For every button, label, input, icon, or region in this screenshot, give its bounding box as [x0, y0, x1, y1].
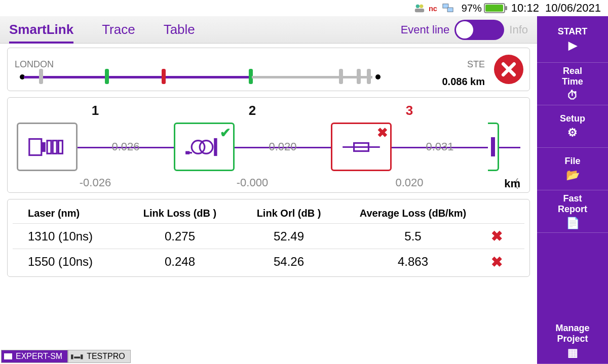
- splice-icon: [341, 133, 382, 161]
- close-icon: [501, 61, 517, 77]
- setup-button[interactable]: Setup ⚙: [537, 105, 608, 148]
- status-bar: nc 97% 10:12 10/06/2021: [0, 0, 608, 16]
- row-fail-icon: ✖: [484, 228, 509, 245]
- x-icon: ✖: [377, 125, 388, 141]
- view-tabs: SmartLink Trace Table Event line Info: [0, 16, 537, 44]
- svg-rect-2: [415, 9, 424, 12]
- svg-point-12: [200, 140, 213, 153]
- col-linkorl: Link Orl (dB ): [236, 208, 342, 219]
- file-label: File: [564, 156, 580, 167]
- table-row[interactable]: 1310 (10ns) 0.275 52.49 5.5 ✖: [13, 224, 524, 249]
- cell-linkorl: 52.49: [236, 229, 342, 244]
- fast-report-label: Fast Report: [558, 193, 587, 215]
- event-value-3: 0.020: [331, 176, 488, 189]
- cell-laser: 1310 (10ns): [13, 229, 124, 244]
- battery-icon: [484, 3, 505, 13]
- col-laser: Laser (nm): [13, 208, 124, 219]
- check-icon: ✔: [220, 125, 231, 141]
- row-fail-icon: ✖: [484, 254, 509, 270]
- cell-linkorl: 54.26: [236, 255, 342, 269]
- event-number-3: 3: [406, 103, 413, 118]
- connector-icon: [27, 133, 67, 161]
- cell-avgloss: 5.5: [342, 229, 484, 244]
- table-header: Laser (nm) Link Loss (dB ) Link Orl (dB …: [13, 204, 524, 224]
- cell-linkloss: 0.248: [124, 255, 236, 269]
- span-value-3: 0.031: [392, 140, 488, 153]
- connector-edge-icon: [490, 134, 496, 159]
- results-table: Laser (nm) Link Loss (dB ) Link Orl (dB …: [7, 199, 530, 277]
- svg-rect-8: [47, 140, 51, 153]
- link-length: 0.086 km: [442, 76, 485, 88]
- svg-rect-13: [214, 138, 217, 155]
- event-box-1[interactable]: [17, 123, 78, 171]
- col-linkloss: Link Loss (dB ): [124, 208, 236, 219]
- link-overview: LONDON STE 0.086 km: [7, 48, 530, 91]
- col-avgloss: Average Loss (dB/km): [342, 208, 484, 219]
- event-value-2: -0.000: [174, 176, 331, 189]
- bottom-tab-expert[interactable]: EXPERT-SM: [1, 350, 68, 363]
- splitter-icon: [184, 133, 224, 161]
- module-icon: ▮▬▮: [70, 353, 84, 360]
- svg-rect-7: [42, 142, 46, 151]
- tab-trace[interactable]: Trace: [102, 22, 135, 37]
- cell-avgloss: 4.863: [342, 255, 484, 269]
- file-button[interactable]: File 📂: [537, 148, 608, 190]
- link-end-label: STE: [467, 59, 485, 70]
- bottom-tabs: EXPERT-SM ▮▬▮ TESTPRO: [1, 350, 131, 363]
- svg-rect-5: [447, 8, 453, 12]
- network-icon: [442, 3, 453, 14]
- span-value-2: 0.020: [235, 140, 331, 153]
- events-unit: km: [504, 177, 520, 190]
- bottom-tab-testpro-label: TESTPRO: [87, 352, 125, 361]
- setup-label: Setup: [560, 113, 585, 124]
- stopwatch-icon: ⏱: [567, 89, 578, 102]
- date: 10/06/2021: [545, 2, 604, 15]
- bottom-tab-expert-label: EXPERT-SM: [16, 352, 62, 361]
- realtime-label: Real Time: [562, 66, 583, 87]
- svg-rect-6: [29, 139, 42, 155]
- tab-smartlink[interactable]: SmartLink: [9, 22, 73, 37]
- event-box-3[interactable]: ✖: [331, 123, 392, 171]
- svg-rect-18: [491, 137, 495, 156]
- gear-icon: ⚙: [567, 126, 578, 139]
- system-tray: nc: [414, 3, 453, 14]
- info-label[interactable]: Info: [509, 23, 528, 36]
- svg-point-1: [420, 5, 423, 8]
- start-label: START: [558, 26, 588, 37]
- table-row[interactable]: 1550 (10ns) 0.248 54.26 4.863 ✖: [13, 249, 524, 274]
- cell-linkloss: 0.275: [124, 229, 236, 244]
- fast-report-button[interactable]: Fast Report 📄: [537, 190, 608, 233]
- manage-project-label: Manage Project: [555, 323, 589, 344]
- battery-percent: 97%: [462, 3, 482, 14]
- users-icon: [414, 3, 425, 14]
- folder-icon: 📂: [566, 169, 580, 182]
- event-number-2: 2: [249, 103, 256, 118]
- manage-project-button[interactable]: Manage Project ▦: [537, 318, 608, 364]
- clock: 10:12: [511, 2, 539, 15]
- event-box-2[interactable]: ✔: [174, 123, 235, 171]
- grid-icon: ▦: [567, 346, 578, 359]
- link-start-label: LONDON: [15, 59, 54, 70]
- trace-thumb-icon: [4, 353, 13, 360]
- start-button[interactable]: START ▶: [537, 16, 608, 63]
- span-value-1: 0.026: [78, 140, 174, 153]
- event-number-1: 1: [92, 103, 99, 118]
- link-track[interactable]: [15, 71, 485, 80]
- event-line-label: Event line: [401, 23, 450, 36]
- sidebar: START ▶ Real Time ⏱ Setup ⚙ File 📂 Fast …: [537, 16, 608, 364]
- realtime-button[interactable]: Real Time ⏱: [537, 63, 608, 105]
- svg-rect-9: [53, 140, 57, 153]
- cell-laser: 1550 (10ns): [13, 255, 124, 269]
- bottom-tab-testpro[interactable]: ▮▬▮ TESTPRO: [68, 350, 131, 363]
- event-line-toggle[interactable]: [454, 20, 504, 40]
- app-logo-icon: nc: [428, 3, 439, 14]
- events-panel: 1 2 3 0.026 ✔: [7, 97, 530, 193]
- event-value-1: -0.026: [17, 176, 174, 189]
- svg-rect-10: [58, 140, 62, 153]
- report-icon: 📄: [566, 217, 580, 230]
- tab-table[interactable]: Table: [164, 22, 195, 37]
- event-box-next[interactable]: [488, 123, 499, 171]
- play-icon: ▶: [568, 39, 577, 52]
- link-fail-button[interactable]: [494, 55, 523, 84]
- svg-rect-15: [185, 151, 189, 154]
